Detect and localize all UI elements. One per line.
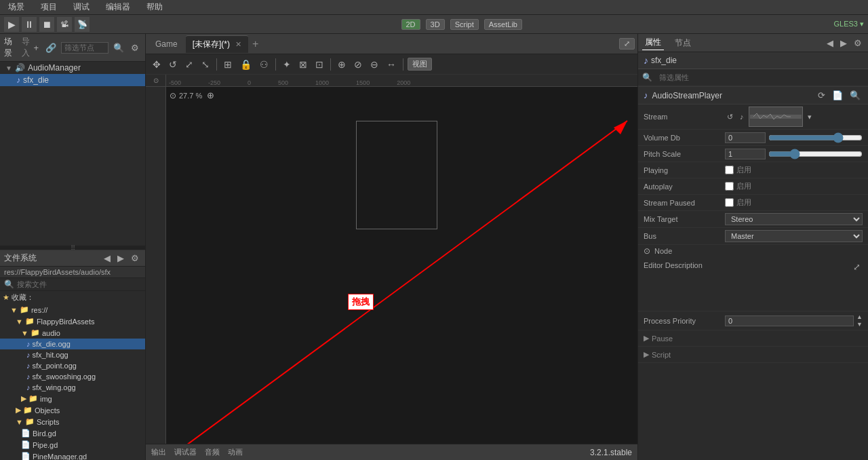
tool-select[interactable]: ✥ [150, 58, 163, 71]
bus-dropdown[interactable]: Master [725, 230, 863, 242]
component-action-3[interactable]: 🔍 [848, 90, 863, 101]
search-icon[interactable]: 🔍 [111, 42, 126, 54]
assetlib-button[interactable]: AssetLib [484, 19, 522, 30]
fs-item-favorites[interactable]: ★ 收藏： [0, 291, 145, 304]
nodes-tab[interactable]: 节点 [672, 36, 694, 50]
mode-2d-button[interactable]: 2D [401, 19, 420, 30]
stop-button[interactable]: ⏹ [39, 17, 54, 32]
tool-physics[interactable]: ⊡ [313, 58, 326, 71]
tab-game[interactable]: Game [149, 37, 184, 52]
fs-item-sfxswoosh[interactable]: ♪ sfx_swooshing.ogg [0, 371, 145, 382]
streampaused-checkbox[interactable] [725, 198, 734, 207]
fs-item-pinegd[interactable]: 📄 PineManager.gd [0, 451, 145, 460]
prop-volumedb: Volume Db [638, 130, 868, 146]
fs-item-birdgd[interactable]: 📄 Bird.gd [0, 427, 145, 439]
playing-checkbox[interactable] [725, 166, 734, 174]
fs-item-sfxwing[interactable]: ♪ sfx_wing.ogg [0, 382, 145, 393]
viewport[interactable]: ⊙ -500 -250 0 500 1000 1500 2000 ⊙ 27.7 … [146, 75, 637, 444]
stream-reload-button[interactable]: ↺ [725, 112, 735, 122]
fs-item-flappy[interactable]: ▼ 📁 FlappyBirdAssets [0, 315, 145, 327]
priority-up-button[interactable]: ▲ [856, 313, 863, 320]
menu-debug[interactable]: 调试 [71, 1, 92, 14]
fs-item-sfxdie[interactable]: ♪ sfx_die.ogg [0, 339, 145, 349]
volumedb-slider[interactable] [768, 132, 863, 143]
link-button[interactable]: 🔗 [43, 42, 58, 54]
fs-search-input[interactable] [14, 280, 141, 289]
view-menu-button[interactable]: 视图 [408, 58, 432, 71]
script-group-toggle[interactable]: ▶ Script [644, 349, 863, 360]
tool-control[interactable]: ⊘ [351, 58, 365, 71]
menu-editor[interactable]: 编辑器 [103, 1, 133, 14]
tool-connect[interactable]: ↔ [384, 58, 399, 71]
output-tab[interactable]: 输出 [151, 447, 166, 457]
debugger-tab[interactable]: 调试器 [174, 447, 197, 457]
component-action-1[interactable]: ⟳ [816, 90, 827, 101]
editordesc-expand-icon[interactable]: ⤢ [851, 261, 863, 273]
playing-enabled-label: 启用 [736, 165, 751, 175]
add-tab-button[interactable]: + [250, 38, 261, 50]
prop-filter-input[interactable] [655, 71, 864, 83]
menu-help[interactable]: 帮助 [144, 1, 165, 14]
remote-button[interactable]: 📡 [75, 17, 90, 32]
volumedb-input[interactable] [725, 132, 766, 143]
menu-scene[interactable]: 场景 [5, 1, 27, 14]
fs-item-res[interactable]: ▼ 📁 res:// [0, 304, 145, 315]
settings-icon[interactable]: ⚙ [129, 42, 141, 54]
tool-anchor[interactable]: ⊕ [335, 58, 349, 71]
node-button[interactable]: Node [654, 247, 672, 255]
menu-project[interactable]: 项目 [38, 1, 60, 14]
tool-guide[interactable]: ⊖ [368, 58, 381, 71]
fs-item-pipegd[interactable]: 📄 Pipe.gd [0, 439, 145, 451]
fs-item-audio[interactable]: ▼ 📁 audio [0, 327, 145, 339]
tool-move[interactable]: ↺ [166, 58, 180, 71]
pause-button[interactable]: ⏸ [22, 17, 37, 32]
pause-group-toggle[interactable]: ▶ Pause [644, 332, 863, 344]
import-tab[interactable]: 导入 [22, 36, 31, 59]
add-node-button[interactable]: + [31, 42, 41, 54]
tool-group[interactable]: ⚇ [257, 58, 271, 71]
movie-button[interactable]: 📽 [57, 17, 72, 32]
fs-item-sfxhit[interactable]: ♪ sfx_hit.ogg [0, 349, 145, 360]
tool-skeleton[interactable]: ✦ [280, 58, 294, 71]
fs-item-scripts[interactable]: ▼ 📁 Scripts [0, 416, 145, 427]
processpriority-input[interactable] [725, 315, 854, 326]
history-back-icon[interactable]: ◀ [825, 37, 835, 49]
priority-down-button[interactable]: ▼ [856, 321, 863, 328]
audio-tab[interactable]: 音频 [205, 447, 220, 457]
tool-rotate[interactable]: ⤢ [182, 58, 196, 71]
prop-filter: 🔍 [638, 69, 868, 86]
autoplay-checkbox[interactable] [725, 182, 734, 191]
mixtarget-dropdown[interactable]: Stereo Surround Center [725, 213, 863, 225]
properties-tab[interactable]: 属性 [642, 35, 664, 50]
animation-tab[interactable]: 动画 [228, 447, 243, 457]
tool-pan[interactable]: ⤡ [199, 58, 212, 71]
stream-dropdown-button[interactable]: ▾ [806, 112, 814, 122]
gles-label: GLES3 ▾ [833, 20, 864, 28]
close-tab-icon[interactable]: ✕ [235, 40, 241, 49]
fs-back-button[interactable]: ◀ [102, 252, 113, 264]
play-button[interactable]: ▶ [4, 17, 19, 32]
tool-tile[interactable]: ⊠ [296, 58, 310, 71]
scene-tab[interactable]: 场景 [4, 36, 14, 59]
tool-snap[interactable]: ⊞ [221, 58, 235, 71]
stream-edit-button[interactable]: ♪ [738, 112, 746, 121]
tab-unsaved[interactable]: [未保存](*) ✕ [186, 35, 248, 53]
history-forward-icon[interactable]: ▶ [838, 37, 849, 49]
fs-item-sfxpoint[interactable]: ♪ sfx_point.ogg [0, 360, 145, 371]
tree-node-sfxdie[interactable]: ♪ sfx_die [0, 74, 145, 86]
mode-3d-button[interactable]: 3D [426, 19, 445, 30]
fs-item-img[interactable]: ▶ 📁 img [0, 393, 145, 404]
script-button[interactable]: Script [450, 19, 479, 30]
maximize-button[interactable]: ⤢ [619, 38, 635, 50]
tool-lock[interactable]: 🔒 [237, 58, 254, 71]
node-filter-input[interactable] [61, 42, 108, 54]
fs-settings-icon[interactable]: ⚙ [129, 252, 141, 264]
pitchscale-slider[interactable] [768, 149, 863, 159]
component-action-2[interactable]: 📄 [830, 90, 845, 101]
fs-forward-button[interactable]: ▶ [115, 252, 126, 264]
fs-item-objects[interactable]: ▶ 📁 Objects [0, 404, 145, 416]
node-name-label: sfx_die [651, 56, 677, 65]
tree-node-audiomanager[interactable]: ▼ 🔊 AudioManager [0, 62, 145, 74]
object-settings-icon[interactable]: ⚙ [852, 37, 864, 49]
pitchscale-input[interactable] [725, 149, 766, 159]
